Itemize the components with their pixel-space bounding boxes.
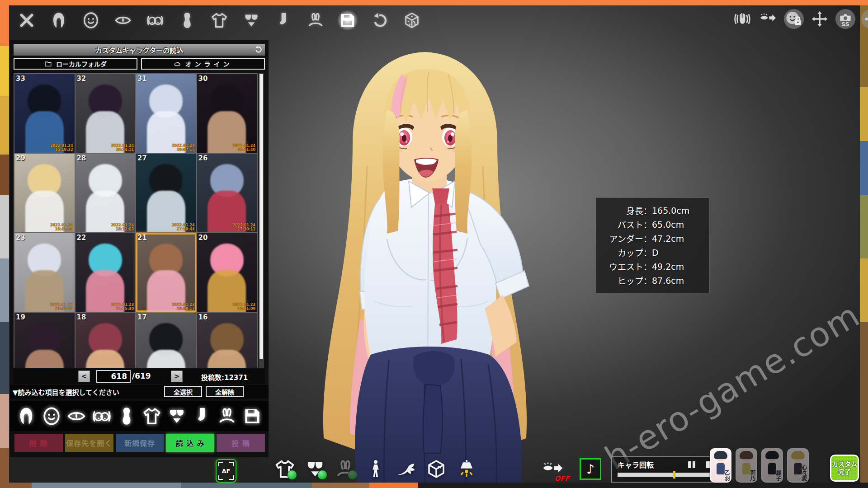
select-all-button[interactable]: 全選択 [164, 386, 202, 397]
prev-page-button[interactable]: < [78, 371, 90, 382]
tab-local-folder[interactable]: ローカルフォルダ [14, 58, 137, 70]
grid-scrollbar-thumb[interactable] [259, 74, 263, 359]
thumbnail-date: 2022.01.2419:51:40 [232, 144, 255, 152]
open-save-folder-button[interactable]: 保存先を開く [65, 434, 113, 452]
character-thumbnail-28[interactable]: 282022.01.2418:12:03 [75, 154, 136, 232]
load-button[interactable]: 読 込 み [166, 434, 214, 452]
character-thumbnail-18[interactable]: 18 [75, 313, 136, 368]
character-thumbnail-29[interactable]: 292022.01.2418:45:20 [14, 154, 75, 232]
cube-toggle-button[interactable] [425, 458, 447, 480]
character-stamp-莉乃[interactable]: 莉乃 [736, 448, 757, 483]
screenshot-icon: SS [836, 10, 854, 28]
swimsuit-toggle-button[interactable] [304, 458, 326, 480]
swimsuit-button[interactable] [241, 10, 262, 31]
deselect-all-button[interactable]: 全解除 [206, 386, 244, 397]
dice-icon [403, 11, 421, 29]
rotation-slider[interactable] [618, 473, 721, 477]
character-thumbnail-26[interactable]: 262022.01.2417:30:12 [197, 154, 257, 232]
look-at-camera-toggle[interactable]: OFF [542, 458, 567, 481]
face-button[interactable] [80, 10, 101, 31]
more-button[interactable] [861, 9, 868, 29]
stat-value: 165.0cm [652, 206, 689, 216]
stat-row: ヒップ：87.6cm [596, 273, 709, 287]
eye-arrow-button[interactable] [758, 9, 778, 29]
next-page-button[interactable]: > [171, 371, 183, 382]
character-thumbnail-27[interactable]: 272022.01.2417:58:44 [136, 154, 196, 232]
face-lock-button[interactable] [784, 9, 804, 29]
breasts-load-toggle-icon[interactable] [92, 406, 112, 426]
rotation-slider-handle[interactable] [673, 471, 675, 479]
splash-toggle-button[interactable] [395, 458, 417, 480]
more-icon [862, 10, 868, 28]
lamp-toggle-button[interactable] [456, 458, 477, 480]
character-stamp-心々愛[interactable]: 心々愛 [787, 448, 809, 483]
music-toggle-button[interactable]: ♪ [580, 458, 601, 480]
new-save-button[interactable]: 新規保存 [116, 434, 164, 452]
accessory-toggle-button[interactable] [335, 458, 356, 480]
delete-button[interactable]: 削 除 [14, 434, 63, 452]
eye-button[interactable] [113, 10, 133, 31]
character-thumbnail-31[interactable]: 312022.01.2420:07:15 [136, 74, 196, 153]
socks-button[interactable] [273, 10, 294, 31]
body-button[interactable] [177, 10, 198, 31]
swimsuit-icon [242, 11, 260, 29]
save-icon [339, 11, 357, 29]
motion-hand-button[interactable] [732, 9, 752, 29]
swimsuit-load-toggle-icon[interactable] [167, 406, 187, 426]
person-toggle-button[interactable] [365, 458, 387, 480]
accessory-load-toggle-icon[interactable] [217, 406, 237, 426]
hair-button[interactable] [48, 10, 69, 31]
stamp-name: 莉乃 [749, 470, 756, 481]
character-thumbnail-30[interactable]: 302022.01.2419:51:40 [197, 74, 257, 153]
thumbnail-date: 2022.01.2418:45:20 [50, 223, 73, 231]
desktop-left-strip [0, 5, 9, 488]
close-button[interactable] [16, 10, 37, 31]
screenshot-button[interactable]: SS [835, 9, 855, 29]
eye-load-toggle-icon[interactable] [66, 406, 86, 426]
move-button[interactable] [810, 9, 830, 29]
breasts-button[interactable] [145, 10, 165, 31]
shirt-load-toggle-icon[interactable] [142, 406, 162, 426]
thumbnail-number: 22 [77, 234, 86, 242]
thumbnail-art [208, 350, 246, 368]
undo-button[interactable] [369, 10, 390, 31]
face-load-toggle-icon[interactable] [42, 406, 61, 426]
stat-value: 87.6cm [652, 276, 684, 286]
tab-online[interactable]: オンライン [141, 58, 265, 70]
stamp-name: 麗子 [774, 470, 782, 481]
character-thumbnail-16[interactable]: 16 [197, 313, 257, 368]
save-button[interactable] [337, 10, 358, 31]
shirt-toggle-button[interactable] [274, 458, 296, 480]
character-thumbnail-23[interactable]: 232022.01.2321:40:55 [14, 233, 75, 312]
character-stamp-乙羽[interactable]: 乙羽 [710, 448, 731, 483]
dice-button[interactable] [401, 10, 422, 31]
save-load-toggle-icon[interactable] [242, 406, 262, 426]
character-thumbnail-21[interactable]: 212022.01.2320:58:17 [136, 233, 196, 312]
page-input[interactable] [96, 370, 131, 383]
chibi-avatar [740, 451, 753, 459]
stat-row: アンダー：47.2cm [596, 231, 709, 245]
hair-load-toggle-icon[interactable] [16, 406, 36, 426]
rotation-pause-button[interactable] [688, 461, 695, 468]
body-stats-panel: 身長：165.0cmバスト：65.0cmアンダー：47.2cmカップ：Dウエスト… [596, 197, 710, 293]
refresh-icon[interactable] [254, 45, 263, 56]
chibi-avatar [791, 451, 805, 459]
character-thumbnail-32[interactable]: 322022.01.2420:24:11 [75, 74, 136, 153]
post-button[interactable]: 投 稿 [217, 434, 265, 452]
character-thumbnail-19[interactable]: 19 [14, 313, 75, 368]
character-thumbnail-17[interactable]: 17 [136, 313, 196, 368]
body-load-toggle-icon[interactable] [117, 406, 137, 426]
thumbnail-number: 19 [16, 313, 25, 321]
grid-scrollbar[interactable] [259, 73, 264, 368]
person-icon [365, 458, 387, 480]
accessory-button[interactable] [305, 10, 326, 31]
custom-finish-button[interactable]: カスタム 完了 [830, 455, 859, 482]
character-thumbnail-33[interactable]: 332022.01.2415:19:32 [14, 74, 75, 153]
shirt-button[interactable] [209, 10, 230, 31]
desktop-bottom-strip [0, 483, 868, 488]
character-stamp-麗子[interactable]: 麗子 [761, 448, 783, 483]
socks-load-toggle-icon[interactable] [192, 406, 212, 426]
auto-focus-button[interactable]: AF [216, 459, 236, 483]
character-thumbnail-20[interactable]: 202022.01.2320:31:09 [197, 233, 257, 312]
character-thumbnail-22[interactable]: 222022.01.2321:15:30 [75, 233, 136, 312]
